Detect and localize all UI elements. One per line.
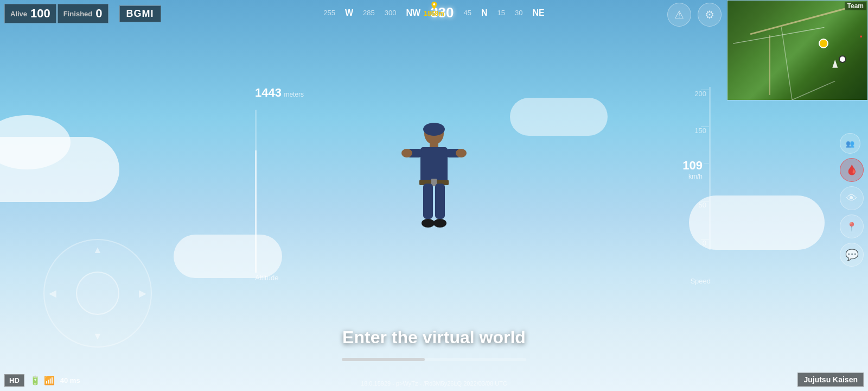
joystick-right-arrow: ▶ [139,287,146,299]
warning-icon-btn[interactable]: ⚠ [667,3,691,27]
compass-dir-NW: NW [406,8,420,18]
svg-point-9 [456,149,467,157]
speed-bar-line [709,87,711,250]
chat-icon: 💬 [845,248,859,261]
speed-unit: km/h [688,173,703,180]
compass-dir-15: 15 [497,9,505,17]
compass-dir-255: 255 [323,9,335,17]
compass-dir-285: 285 [363,9,375,17]
chat-icon-btn[interactable]: 💬 [840,243,864,267]
svg-point-1 [423,123,445,136]
location-icon: 📍 [846,222,857,232]
svg-marker-18 [832,60,838,68]
alive-count: 100 [30,7,50,21]
loading-progress-bar [342,358,526,361]
svg-line-16 [781,27,792,100]
svg-line-15 [733,27,824,43]
svg-rect-10 [423,184,433,219]
hd-quality-badge: HD [4,374,24,387]
settings-icon: ⚙ [705,8,714,21]
distance-value: 1868m [424,10,444,17]
tick-line-50 [701,201,709,201]
compass-dir-NE: NE [533,8,545,18]
warning-icon: ⚠ [674,8,684,21]
speed-label: Speed [690,277,711,285]
compass-dir-30: 30 [515,9,522,17]
joystick-inner-circle [76,272,119,315]
blood-icon-btn[interactable]: 🩸 [840,158,864,182]
svg-line-17 [792,81,835,100]
speed-meter: 200 150 50 0 109 km/h Speed [667,87,711,272]
blood-icon: 🩸 [846,164,858,176]
cloud-4 [510,98,608,136]
bgmi-badge: BGMI [119,5,161,22]
joystick-control[interactable]: ▲ ▼ ◀ ▶ [43,239,152,348]
right-hud-icons: ⚠ ⚙ [667,3,722,27]
compass-dir-45: 45 [464,9,471,17]
progress-bar-fill [342,358,425,361]
speed-tick-150: 150 [694,127,706,135]
finished-count: 0 [95,7,102,21]
finished-label: Finished [63,10,92,18]
alive-counter-box: Alive 100 [4,4,56,23]
alive-label: Alive [10,10,27,18]
battery-icon: 🔋 [30,375,41,386]
wifi-icon: 📶 [44,375,55,386]
enter-world-text: Enter the virtual world [342,327,526,348]
location-pin-icon [430,1,438,10]
team-icon: 👥 [846,140,854,148]
joystick-left-arrow: ◀ [49,287,56,299]
joystick-down-arrow: ▼ [93,331,103,342]
distance-marker-group: 1868m [424,1,444,17]
battery-wifi-icons: 🔋 📶 [30,375,55,386]
svg-rect-11 [435,184,445,219]
location-alert-dot: ● [860,34,863,39]
settings-icon-btn[interactable]: ⚙ [698,3,722,27]
cloud-1 [0,137,119,202]
speed-tick-50: 50 [699,201,706,209]
bottom-right-brand: Jujutsu Kaisen [797,373,864,387]
altitude-label: Altitude [255,274,278,282]
side-hud-buttons: 👥 🩸 👁 📍 ● 💬 [840,33,864,267]
version-info: 18.0.15929 - p>WyTz - /Rd3M5y26LQ 2022/0… [361,380,507,387]
altitude-bar [255,110,257,273]
ping-display: 40 ms [60,376,80,384]
tick-line-100 [704,163,709,163]
speed-tick-200: 200 [694,90,706,98]
compass-dir-N: N [481,8,488,18]
speed-tick-0: 0 [703,239,706,247]
compass-dir-300: 300 [385,9,397,17]
altitude-fill [255,150,257,273]
tick-line-150 [701,127,709,127]
altitude-value: 1443 [255,86,282,99]
joystick-up-arrow: ▲ [93,244,103,256]
eye-icon-btn[interactable]: 👁 [840,186,864,210]
eye-icon: 👁 [846,192,857,205]
svg-point-8 [401,149,412,157]
svg-point-12 [422,219,435,228]
bottom-left-hud: HD 🔋 📶 40 ms [4,374,80,387]
svg-point-13 [433,219,446,228]
svg-point-14 [433,3,435,5]
altitude-unit: meters [284,91,304,98]
location-icon-btn[interactable]: 📍 ● [840,215,864,238]
altitude-meter: 1443 meters Altitude [255,87,304,282]
speed-value: 109 [682,159,703,173]
tick-line-0 [701,239,709,239]
team-icon-btn[interactable]: 👥 [840,133,860,154]
tick-line-200 [701,90,709,90]
compass-dir-W: W [345,8,353,18]
skydiving-character [396,117,472,248]
finished-counter-box: Finished 0 [58,4,108,23]
team-button-area: 👥 [840,133,864,154]
